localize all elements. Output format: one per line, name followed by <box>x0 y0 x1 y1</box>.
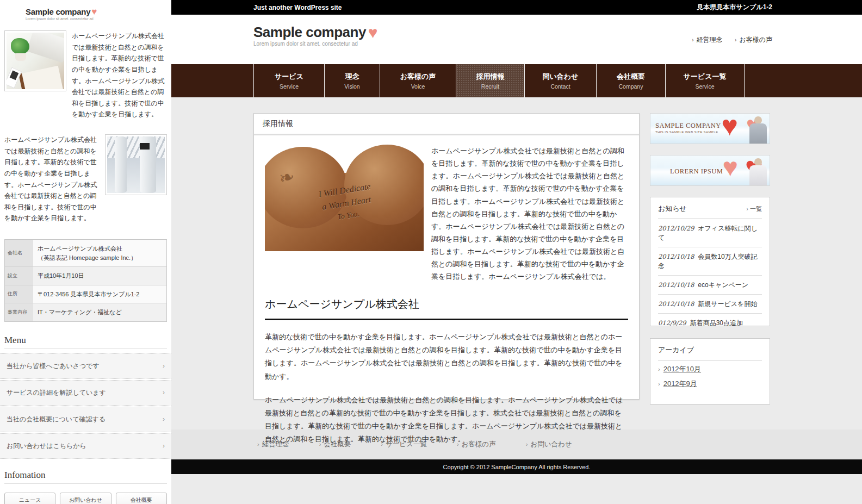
information-buttons: ニュース お問い合わせ 会社概要 <box>0 488 171 504</box>
chevron-right-icon: › <box>735 36 737 43</box>
table-label: 事業内容 <box>5 303 33 321</box>
nav-label-en: Company <box>619 83 643 90</box>
archive-heading: アーカイブ <box>658 345 694 355</box>
header-link-philosophy[interactable]: ›経営理念 <box>692 35 723 45</box>
archive-link[interactable]: ›2012年10月 <box>658 360 762 375</box>
footer-bar: Copyright © 2012 SampleCompany All right… <box>171 459 862 474</box>
recruit-intro-text: ホームページサンプル株式会社では最新技術と自然との調和を目指します。革新的な技術… <box>424 145 628 283</box>
topbar-address: 見本県見本市サンプル1-2 <box>697 3 772 12</box>
plant-shape <box>11 38 29 54</box>
recruit-content-box: 採用情報 ❧ I Will Dedicate a Warm Heart To Y… <box>253 113 640 400</box>
menu-item-label: 当社の会社概要について確認する <box>7 415 106 424</box>
news-list-link-label: 一覧 <box>750 206 762 212</box>
nav-label-en: Vision <box>344 83 359 90</box>
nav-item-recruit[interactable]: 採用情報 Recruit <box>456 64 524 97</box>
menu-item-label: サービスの詳細を解説しています <box>7 388 106 397</box>
header-link-voice[interactable]: ›お客様の声 <box>735 35 772 45</box>
topbar: Just another WordPress site 見本県見本市サンプル1-… <box>171 0 862 15</box>
table-value: ホームページサンプル株式会社 （英語表記 Homepage sample Inc… <box>33 240 166 266</box>
menu-item-contact[interactable]: お問い合わせはこちらから › <box>0 433 171 459</box>
nav-item-service[interactable]: サービス Service <box>253 64 324 97</box>
main-navigation: サービス Service 理念 Vision お客様の声 Voice 採用情報 … <box>171 64 862 97</box>
news-date: 012/9/29 <box>658 319 686 327</box>
table-label: 住所 <box>5 285 33 303</box>
chevron-right-icon: › <box>163 442 165 450</box>
archive-link-label: 2012年9月 <box>663 379 697 388</box>
menu-item-label: お問い合わせはこちらから <box>7 441 86 451</box>
sidebar-logo-tagline: Lorem ipsum dolor sit amet. consectetur … <box>26 17 171 21</box>
screen-shape <box>140 143 150 150</box>
archive-link[interactable]: ›2012年9月 <box>658 375 762 390</box>
building-photo <box>105 134 167 195</box>
footer-copyright: Copyright © 2012 SampleCompany All right… <box>443 464 590 470</box>
menu-item-service-detail[interactable]: サービスの詳細を解説しています › <box>0 380 171 406</box>
laptop-shape <box>27 33 64 63</box>
site-logo[interactable]: Sample company ♥ Lorem ipsum dolor sit a… <box>253 24 378 47</box>
news-item[interactable]: 012/9/29新着商品30点追加 <box>658 314 762 332</box>
chevron-right-icon: › <box>658 381 660 387</box>
news-item[interactable]: 2012/10/18新規サービスを開始 <box>658 295 762 314</box>
nav-item-contact[interactable]: 問い合わせ Contact <box>524 64 596 97</box>
news-box: お知らせ ›一覧 2012/10/29オフィス移転に関して 2012/10/18… <box>650 197 770 326</box>
news-button[interactable]: ニュース <box>4 493 55 504</box>
nav-label-en: Voice <box>411 83 425 90</box>
chevron-right-icon: › <box>163 389 165 396</box>
news-text: 新規サービスを開始 <box>698 300 757 308</box>
banner-lorern-ipsum[interactable]: ♥ ♥ LORERN IPSUM <box>650 155 770 186</box>
table-row: 事業内容 IT・マーケティング・福祉など <box>5 303 166 321</box>
banner-title: SAMPLE COMPANY <box>655 122 721 130</box>
nav-label-en: Service <box>695 83 714 90</box>
section-heading: ホームページサンプル株式会社 <box>265 297 628 320</box>
businesswoman-photo <box>748 158 768 185</box>
menu-item-label: 当社から皆様へごあいさつです <box>7 362 100 371</box>
news-date: 2012/10/18 <box>658 281 694 289</box>
chevron-right-icon: › <box>163 362 165 370</box>
heart-icon: ♥ <box>723 155 739 181</box>
archive-box: アーカイブ ›2012年10月 ›2012年9月 <box>650 338 770 405</box>
left-sidebar: Sample company ♥ Lorem ipsum dolor sit a… <box>0 0 171 504</box>
news-list-link[interactable]: ›一覧 <box>746 205 762 213</box>
menu-item-greeting[interactable]: 当社から皆様へごあいさつです › <box>0 353 171 379</box>
body-paragraph-1: 革新的な技術で世の中を動かす企業を目指します。ホームページサンプル株式会社では最… <box>265 331 628 383</box>
nav-label-en: Service <box>280 83 299 90</box>
news-item[interactable]: 2012/10/18会員数10万人突破記念 <box>658 247 762 276</box>
nav-label-en: Recruit <box>481 83 499 90</box>
page: Sample company ♥ Lorem ipsum dolor sit a… <box>0 0 862 504</box>
chevron-right-icon: › <box>658 366 660 372</box>
archive-link-label: 2012年10月 <box>663 365 701 373</box>
news-item[interactable]: 2012/10/29オフィス移転に関して <box>658 219 762 247</box>
body-paragraph-2: ホームページサンプル株式会社では最新技術と自然との調和を目指します。ホームページ… <box>265 394 628 446</box>
table-label: 会社名 <box>5 240 33 266</box>
sidebar-about-block-2: ホームページサンプル株式会社では最新技術と自然との調和を目指します。革新的な技術… <box>4 134 167 224</box>
notebook-shape <box>18 66 63 89</box>
nav-item-vision[interactable]: 理念 Vision <box>324 64 380 97</box>
chevron-right-icon: › <box>163 415 165 423</box>
news-date: 2012/10/29 <box>658 225 694 232</box>
header-link-label: 経営理念 <box>697 36 723 43</box>
heart-icon: ♥ <box>721 113 738 140</box>
nav-label-jp: 問い合わせ <box>543 72 579 82</box>
header-links: ›経営理念 ›お客様の声 <box>692 35 772 45</box>
contact-button[interactable]: お問い合わせ <box>60 493 111 504</box>
footer-spacer <box>171 474 862 504</box>
company-button[interactable]: 会社概要 <box>116 493 167 504</box>
information-heading: Infomation <box>4 470 167 484</box>
table-value: 〒012-3456 見本県見本市サンプル1-2 <box>33 285 166 303</box>
news-date: 2012/10/18 <box>658 300 694 308</box>
banner-subtitle: THIS IS SAMPLE WEB SITE SAMPLE <box>655 130 718 134</box>
nav-label-jp: 会社概要 <box>617 72 645 82</box>
news-item[interactable]: 2012/10/18ecoキャンペーン <box>658 276 762 295</box>
menu-item-company-profile[interactable]: 当社の会社概要について確認する › <box>0 407 171 432</box>
site-logo-title: Sample company <box>253 24 366 41</box>
nav-item-voice[interactable]: お客様の声 Voice <box>380 64 456 97</box>
news-heading: お知らせ <box>658 204 687 214</box>
news-date: 2012/10/18 <box>658 253 694 260</box>
site-logo-tagline: Lorem ipsum dolor sit amet. consectetur … <box>253 41 378 47</box>
column-shape <box>115 136 127 193</box>
banner-sample-company[interactable]: ♥ ♥ SAMPLE COMPANY THIS IS SAMPLE WEB SI… <box>650 113 770 144</box>
nav-item-service-list[interactable]: サービス一覧 Service <box>665 64 745 97</box>
menu-heading: Menu <box>4 335 167 349</box>
sidebar-logo[interactable]: Sample company ♥ Lorem ipsum dolor sit a… <box>0 0 171 24</box>
nav-item-company[interactable]: 会社概要 Company <box>596 64 665 97</box>
sidebar-about-text-2: ホームページサンプル株式会社では最新技術と自然との調和を目指します。革新的な技術… <box>4 134 105 224</box>
